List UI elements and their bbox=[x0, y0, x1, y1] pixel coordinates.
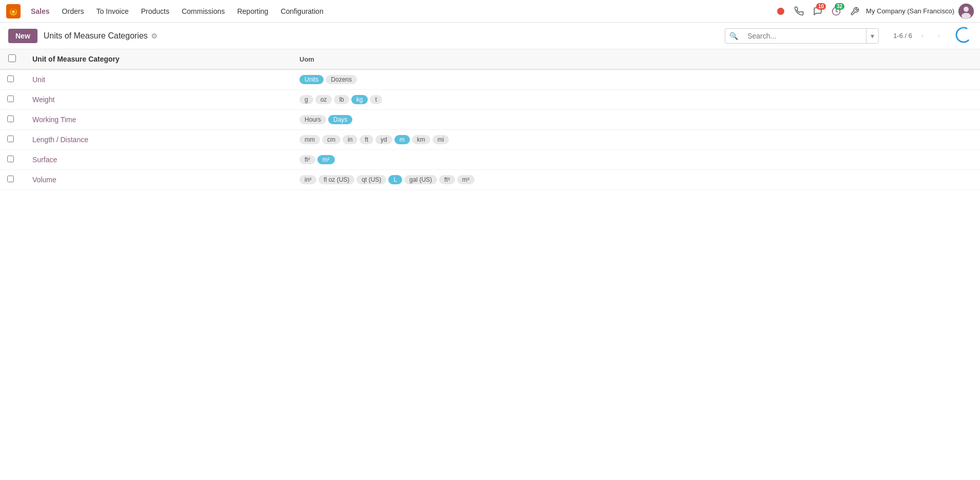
uom-tag[interactable]: fl oz (US) bbox=[318, 175, 354, 184]
new-button[interactable]: New bbox=[8, 29, 37, 43]
svg-point-8 bbox=[962, 13, 971, 19]
page-title: Units of Measure Categories ⚙ bbox=[44, 31, 158, 41]
uom-tag[interactable]: m bbox=[394, 135, 410, 144]
uom-tag[interactable]: m² bbox=[317, 155, 335, 164]
uom-table: Unit of Measure Category Uom UnitUnitsDo… bbox=[0, 49, 980, 190]
activity-badge: 32 bbox=[835, 3, 844, 10]
search-bar: 🔍 ▾ bbox=[725, 28, 879, 44]
table-container: Unit of Measure Category Uom UnitUnitsDo… bbox=[0, 49, 980, 190]
uom-tag[interactable]: km bbox=[412, 135, 430, 144]
nav-commissions[interactable]: Commissions bbox=[177, 5, 230, 17]
uom-tag[interactable]: in bbox=[343, 135, 357, 144]
uom-tag[interactable]: in³ bbox=[299, 175, 316, 184]
table-row: Volumein³fl oz (US)qt (US)Lgal (US)ft³m³ bbox=[0, 170, 980, 190]
row-tags: ft²m² bbox=[291, 150, 980, 170]
topnav: Sales Orders To Invoice Products Commiss… bbox=[0, 0, 980, 23]
row-name[interactable]: Length / Distance bbox=[24, 130, 291, 150]
svg-point-9 bbox=[956, 27, 972, 43]
uom-tag[interactable]: ft² bbox=[299, 155, 315, 164]
row-tags: UnitsDozens bbox=[291, 69, 980, 90]
table-row: Surfaceft²m² bbox=[0, 150, 980, 170]
row-checkbox[interactable] bbox=[7, 115, 14, 123]
row-checkbox[interactable] bbox=[7, 95, 14, 103]
uom-tag[interactable]: t bbox=[370, 95, 382, 104]
svg-point-4 bbox=[777, 8, 784, 15]
user-avatar[interactable] bbox=[958, 4, 974, 19]
nav-to-invoice[interactable]: To Invoice bbox=[91, 5, 134, 17]
uom-tag[interactable]: L bbox=[388, 175, 402, 184]
chat-icon[interactable]: 10 bbox=[811, 4, 825, 18]
status-icon[interactable] bbox=[774, 4, 788, 18]
activity-icon[interactable]: 32 bbox=[829, 4, 843, 18]
row-name[interactable]: Unit bbox=[24, 69, 291, 90]
uom-tag[interactable]: Units bbox=[299, 75, 324, 84]
subtoolbar: New Units of Measure Categories ⚙ 🔍 ▾ 1-… bbox=[0, 23, 980, 49]
uom-tag[interactable]: yd bbox=[375, 135, 392, 144]
row-name[interactable]: Working Time bbox=[24, 110, 291, 130]
nav-orders[interactable]: Orders bbox=[57, 5, 89, 17]
chat-badge: 10 bbox=[816, 3, 826, 10]
col-header-name: Unit of Measure Category bbox=[24, 49, 291, 69]
uom-tag[interactable]: Hours bbox=[299, 115, 326, 124]
uom-tag[interactable]: lb bbox=[334, 95, 349, 104]
next-page-button[interactable]: › bbox=[933, 30, 945, 42]
search-icon: 🔍 bbox=[725, 29, 742, 43]
topnav-right: 10 32 My Company (San Francisco) bbox=[774, 4, 974, 19]
row-checkbox[interactable] bbox=[7, 175, 14, 183]
uom-tag[interactable]: mm bbox=[299, 135, 320, 144]
select-all-header[interactable] bbox=[0, 49, 24, 69]
uom-tag[interactable]: g bbox=[299, 95, 313, 104]
app-logo[interactable] bbox=[6, 4, 21, 18]
phone-icon[interactable] bbox=[792, 4, 806, 18]
uom-tag[interactable]: qt (US) bbox=[356, 175, 386, 184]
search-dropdown-button[interactable]: ▾ bbox=[866, 29, 878, 43]
uom-tag[interactable]: m³ bbox=[457, 175, 475, 184]
nav-products[interactable]: Products bbox=[136, 5, 174, 17]
select-all-checkbox[interactable] bbox=[8, 54, 16, 62]
uom-tag[interactable]: kg bbox=[351, 95, 368, 104]
uom-tag[interactable]: mi bbox=[432, 135, 449, 144]
table-header-row: Unit of Measure Category Uom bbox=[0, 49, 980, 69]
maintenance-icon[interactable] bbox=[847, 4, 862, 18]
company-name: My Company (San Francisco) bbox=[866, 7, 954, 15]
row-checkbox[interactable] bbox=[7, 135, 14, 143]
uom-tag[interactable]: ft bbox=[360, 135, 373, 144]
nav-sales[interactable]: Sales bbox=[26, 5, 55, 17]
uom-tag[interactable]: cm bbox=[322, 135, 341, 144]
pagination: 1-6 / 6 ‹ › bbox=[893, 30, 945, 42]
uom-tag[interactable]: oz bbox=[315, 95, 332, 104]
prev-page-button[interactable]: ‹ bbox=[916, 30, 929, 42]
row-checkbox[interactable] bbox=[7, 155, 14, 163]
table-row: Weightgozlbkgt bbox=[0, 90, 980, 110]
table-row: UnitUnitsDozens bbox=[0, 69, 980, 90]
table-row: Length / Distancemmcminftydmkmmi bbox=[0, 130, 980, 150]
uom-tag[interactable]: Dozens bbox=[326, 75, 357, 84]
uom-tag[interactable]: Days bbox=[328, 115, 352, 124]
row-tags: HoursDays bbox=[291, 110, 980, 130]
row-checkbox[interactable] bbox=[7, 75, 14, 83]
col-header-uom: Uom bbox=[291, 49, 980, 69]
svg-point-7 bbox=[964, 7, 969, 12]
row-name[interactable]: Volume bbox=[24, 170, 291, 190]
search-input[interactable] bbox=[742, 29, 866, 43]
nav-reporting[interactable]: Reporting bbox=[232, 5, 274, 17]
row-tags: mmcminftydmkmmi bbox=[291, 130, 980, 150]
row-name[interactable]: Weight bbox=[24, 90, 291, 110]
odoo-loading-icon bbox=[955, 27, 972, 45]
row-tags: gozlbkgt bbox=[291, 90, 980, 110]
row-name[interactable]: Surface bbox=[24, 150, 291, 170]
settings-icon[interactable]: ⚙ bbox=[151, 32, 158, 40]
table-row: Working TimeHoursDays bbox=[0, 110, 980, 130]
svg-point-3 bbox=[12, 10, 15, 13]
row-tags: in³fl oz (US)qt (US)Lgal (US)ft³m³ bbox=[291, 170, 980, 190]
uom-tag[interactable]: gal (US) bbox=[404, 175, 437, 184]
uom-tag[interactable]: ft³ bbox=[439, 175, 455, 184]
nav-configuration[interactable]: Configuration bbox=[275, 5, 328, 17]
